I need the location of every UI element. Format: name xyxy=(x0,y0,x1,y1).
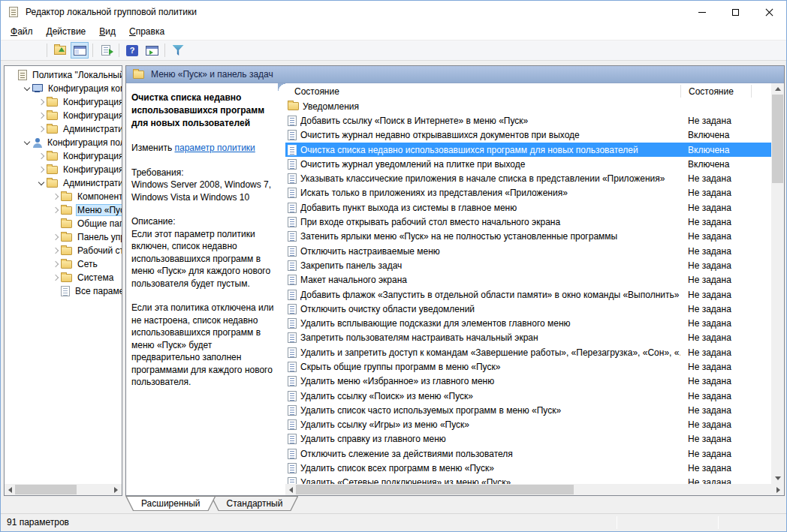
policy-row[interactable]: Удалить справку из главного менюНе задан… xyxy=(285,432,771,446)
tree-item-label: Конфигурация W xyxy=(62,110,122,122)
policy-row[interactable]: Удалить всплывающие подсказки для элемен… xyxy=(285,316,771,330)
policy-row[interactable]: Удалить ссылку «Игры» из меню «Пуск»Не з… xyxy=(285,418,771,432)
policy-state: Не задана xyxy=(680,477,752,484)
tree-item[interactable]: Панель упра xyxy=(5,230,122,244)
tab-extended[interactable]: Расширенный xyxy=(125,496,216,511)
chevron-right-icon[interactable] xyxy=(50,272,61,283)
tree-item[interactable]: Меню «Пуск xyxy=(5,203,122,217)
policy-state: Не задана xyxy=(680,260,752,271)
status-separator xyxy=(718,516,719,529)
tab-standard[interactable]: Стандартный xyxy=(211,496,299,511)
column-header-state[interactable]: Состояние xyxy=(680,85,752,98)
policy-row[interactable]: Скрыть общие группы программ в меню «Пус… xyxy=(285,359,771,374)
chevron-right-icon[interactable] xyxy=(50,245,61,256)
menu-view[interactable]: Вид xyxy=(92,25,122,38)
scroll-right-arrow[interactable] xyxy=(773,484,784,495)
policy-row[interactable]: Добавить пункт выхода из системы в главн… xyxy=(285,200,771,215)
policy-row[interactable]: Добавить флажок «Запустить в отдельной о… xyxy=(285,287,771,302)
policy-row[interactable]: Затенить ярлыки меню «Пуск» на не полнос… xyxy=(285,230,771,244)
policy-row[interactable]: Отключить очистку области уведомленийНе … xyxy=(285,302,771,316)
tree-item[interactable]: Система xyxy=(5,271,122,284)
tree-item[interactable]: Политика "Локальный xyxy=(5,68,122,82)
policy-state: Не задана xyxy=(680,217,752,227)
policy-row[interactable]: Макет начального экранаНе задана xyxy=(285,273,771,287)
chevron-right-icon[interactable] xyxy=(36,164,47,175)
chevron-right-icon[interactable] xyxy=(50,205,61,215)
policy-icon xyxy=(288,318,297,329)
chevron-right-icon[interactable] xyxy=(36,124,47,134)
policy-row[interactable]: Добавить ссылку «Поиск в Интернете» в ме… xyxy=(285,113,771,128)
policy-row[interactable]: Уведомления xyxy=(285,99,771,113)
tree-item[interactable]: Конфигурация W xyxy=(5,163,122,176)
chevron-right-icon[interactable] xyxy=(36,110,47,121)
policy-row[interactable]: Запретить пользователям настраивать нача… xyxy=(285,331,771,345)
policy-row[interactable]: При входе открывать рабочий стол вместо … xyxy=(285,215,771,229)
tree-item[interactable]: Конфигурация комп xyxy=(5,82,122,95)
scroll-thumb[interactable] xyxy=(15,485,77,494)
policy-row[interactable]: Указывать классические приложения в нача… xyxy=(285,171,771,185)
show-window-icon[interactable] xyxy=(143,42,161,59)
policy-row[interactable]: Удалить и запретить доступ к командам «З… xyxy=(285,345,771,359)
show-console-tree-icon[interactable] xyxy=(71,42,89,59)
maximize-button[interactable] xyxy=(719,2,752,23)
toolbar: ? xyxy=(1,40,786,61)
chevron-right-icon[interactable] xyxy=(36,97,47,107)
chevron-right-icon[interactable] xyxy=(50,191,61,202)
policy-row[interactable]: Очистить журнал недавно открывавшихся до… xyxy=(285,128,771,143)
scroll-thumb[interactable] xyxy=(772,95,783,183)
app-icon[interactable] xyxy=(9,7,18,17)
scroll-thumb[interactable] xyxy=(296,485,574,494)
tree-item[interactable]: Конфигурация W xyxy=(5,109,122,122)
tree-item[interactable]: Компоненты xyxy=(5,190,122,203)
policy-row[interactable]: Удалить «Сетевые подключения» из меню «П… xyxy=(285,476,771,484)
tree-item[interactable]: Общие папки xyxy=(5,217,122,230)
policy-row[interactable]: Удалить ссылку «Поиск» из меню «Пуск»Не … xyxy=(285,389,771,403)
scroll-down-arrow[interactable] xyxy=(771,473,784,484)
policy-row[interactable]: Отключить настраиваемые менюНе задана xyxy=(285,244,771,258)
result-pane: Меню «Пуск» и панель задач Очистка списк… xyxy=(125,65,785,496)
policy-row[interactable]: Удалить список всех программ в меню «Пус… xyxy=(285,461,771,475)
chevron-down-icon[interactable] xyxy=(22,137,32,148)
scroll-left-arrow[interactable] xyxy=(5,484,16,495)
chevron-down-icon[interactable] xyxy=(36,178,47,188)
back-icon[interactable] xyxy=(5,42,23,59)
policy-icon xyxy=(288,217,297,227)
policy-row[interactable]: Очистка списка недавно использовавшихся … xyxy=(285,143,771,157)
menu-file[interactable]: Файл xyxy=(4,25,40,38)
menu-help[interactable]: Справка xyxy=(122,25,171,38)
up-one-level-icon[interactable] xyxy=(51,42,69,59)
close-button[interactable] xyxy=(752,2,786,23)
tree-item[interactable]: Все параметр xyxy=(5,284,122,298)
scroll-up-arrow[interactable] xyxy=(771,83,784,95)
chevron-down-icon[interactable] xyxy=(22,83,32,94)
chevron-right-icon[interactable] xyxy=(36,151,47,161)
menu-action[interactable]: Действие xyxy=(40,25,93,38)
column-header-setting[interactable]: Состояние xyxy=(285,86,680,97)
filter-icon[interactable] xyxy=(169,42,187,59)
chevron-right-icon[interactable] xyxy=(50,232,61,242)
tree-item[interactable]: Административн xyxy=(5,176,122,190)
policy-state: Не задана xyxy=(680,405,752,416)
scroll-left-arrow[interactable] xyxy=(285,484,297,495)
chevron-right-icon[interactable] xyxy=(50,259,61,269)
tree-item[interactable]: Конфигурация п xyxy=(5,149,122,163)
policy-row[interactable]: Очистить журнал уведомлений на плитке пр… xyxy=(285,157,771,171)
help-icon[interactable]: ? xyxy=(123,42,141,59)
policy-row[interactable]: Искать только в приложениях из представл… xyxy=(285,186,771,200)
policy-row[interactable]: Отключить слежение за действиями пользов… xyxy=(285,446,771,461)
tree-item[interactable]: Конфигурация п xyxy=(5,95,122,109)
tree-item[interactable]: Административн xyxy=(5,122,122,136)
policy-row[interactable]: Закрепить панель задачНе задана xyxy=(285,258,771,272)
tree-item[interactable]: Сеть xyxy=(5,257,122,271)
scroll-right-arrow[interactable] xyxy=(110,484,122,495)
forward-icon[interactable] xyxy=(25,42,43,59)
edit-policy-link[interactable]: параметр политики xyxy=(174,143,255,153)
tree-item[interactable]: Конфигурация поль xyxy=(5,136,122,149)
export-list-icon[interactable] xyxy=(97,42,115,59)
policy-state: Включена xyxy=(680,145,752,155)
minimize-button[interactable] xyxy=(685,2,719,23)
tree-item[interactable]: Рабочий сто xyxy=(5,244,122,257)
policy-row[interactable]: Удалить меню «Избранное» из главного мен… xyxy=(285,374,771,389)
tree-item-label: Политика "Локальный xyxy=(31,69,122,81)
policy-row[interactable]: Удалить список часто используемых програ… xyxy=(285,403,771,417)
